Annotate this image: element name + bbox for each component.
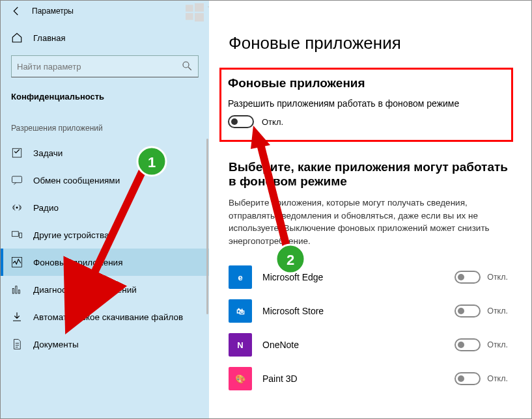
activity-icon — [11, 256, 23, 268]
app-icon: N — [229, 333, 252, 357]
app-toggle-state: Откл. — [487, 306, 508, 316]
sidebar-item-tasks[interactable]: Задачи — [1, 139, 209, 167]
sidebar-section-title: Конфиденциальность — [1, 88, 209, 108]
sidebar-item-label: Задачи — [33, 148, 63, 158]
radio-icon — [11, 202, 23, 213]
app-toggle-state: Откл. — [487, 374, 508, 383]
home-label: Главная — [33, 33, 65, 43]
master-toggle[interactable] — [228, 115, 254, 128]
sidebar-item-auto-download[interactable]: Автоматическое скачивание файлов — [1, 303, 209, 331]
sidebar-subsection-title: Разрешения приложений — [1, 108, 209, 139]
sidebar-item-background-apps[interactable]: Фоновые приложения — [1, 249, 209, 276]
sidebar-item-label: Автоматическое скачивание файлов — [33, 312, 183, 322]
sidebar-item-documents[interactable]: Документы — [1, 331, 209, 358]
sidebar-item-radio[interactable]: Радио — [1, 194, 209, 221]
svg-rect-9 — [12, 232, 19, 237]
sidebar-scrollbar[interactable] — [206, 139, 208, 314]
app-list: eMicrosoft EdgeОткл.🛍Microsoft StoreОткл… — [229, 260, 512, 396]
tasks-icon — [11, 147, 23, 159]
app-name: Microsoft Edge — [262, 272, 455, 282]
app-toggle[interactable] — [455, 304, 481, 318]
section-background-apps-title: Фоновые приложения — [228, 76, 505, 90]
search-input[interactable] — [17, 62, 181, 72]
search-icon — [181, 60, 193, 74]
sidebar-item-label: Другие устройства — [33, 230, 109, 240]
app-icon: e — [229, 265, 252, 289]
sidebar-item-label: Радио — [33, 203, 59, 213]
master-toggle-state: Откл. — [262, 117, 283, 127]
app-name: OneNote — [262, 340, 455, 350]
svg-point-5 — [183, 62, 189, 68]
app-row: 🎨Paint 3DОткл. — [229, 362, 512, 396]
svg-rect-13 — [16, 286, 17, 293]
app-toggle[interactable] — [455, 271, 481, 284]
app-toggle[interactable] — [455, 372, 481, 385]
search-box[interactable] — [11, 55, 199, 77]
back-button[interactable] — [1, 1, 32, 21]
app-row: eMicrosoft EdgeОткл. — [229, 260, 512, 294]
chat-icon — [11, 174, 23, 186]
svg-rect-12 — [12, 289, 14, 294]
document-icon — [11, 338, 23, 350]
home-nav[interactable]: Главная — [1, 27, 209, 49]
sidebar-item-label: Фоновые приложения — [33, 258, 122, 267]
page-title: Фоновые приложения — [229, 33, 512, 53]
devices-icon — [11, 229, 23, 241]
svg-rect-10 — [20, 233, 22, 238]
diagnostics-icon — [11, 284, 23, 295]
app-toggle-state: Откл. — [487, 340, 508, 349]
content-pane: Фоновые приложения Фоновые приложения Ра… — [209, 21, 531, 418]
section-choose-apps-title: Выберите, какие приложения могут работат… — [229, 160, 512, 189]
sidebar-item-messaging[interactable]: Обмен сообщениями — [1, 167, 209, 194]
app-row: NOneNoteОткл. — [229, 328, 512, 362]
sidebar-item-label: Документы — [33, 340, 79, 349]
sidebar-item-label: Диагностика приложений — [33, 285, 137, 295]
home-icon — [11, 32, 23, 44]
section-choose-apps-desc: Выберите приложения, которые могут получ… — [229, 196, 512, 247]
svg-rect-14 — [18, 290, 20, 293]
svg-rect-6 — [12, 148, 21, 157]
app-icon: 🛍 — [229, 299, 252, 323]
annotation-highlight-box: Фоновые приложения Разрешить приложениям… — [219, 68, 513, 142]
svg-rect-7 — [12, 176, 22, 183]
download-icon — [11, 311, 23, 323]
sidebar-item-label: Обмен сообщениями — [33, 176, 120, 185]
app-name: Paint 3D — [262, 373, 455, 384]
sidebar-item-app-diagnostics[interactable]: Диагностика приложений — [1, 276, 209, 303]
app-toggle-state: Откл. — [487, 273, 508, 282]
sidebar-item-other-devices[interactable]: Другие устройства — [1, 221, 209, 249]
app-name: Microsoft Store — [262, 306, 455, 316]
app-icon: 🎨 — [229, 367, 252, 390]
app-toggle[interactable] — [455, 338, 481, 351]
sidebar: Главная Конфиденциальность Разрешения пр… — [1, 21, 209, 418]
app-row: 🛍Microsoft StoreОткл. — [229, 294, 512, 328]
window-title: Параметры — [32, 7, 74, 16]
master-toggle-label: Разрешить приложениям работать в фоновом… — [228, 98, 505, 109]
svg-point-8 — [16, 207, 18, 209]
